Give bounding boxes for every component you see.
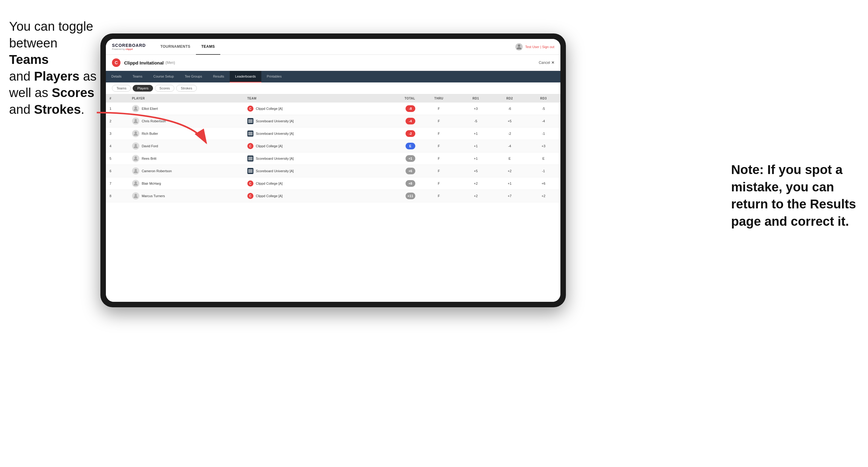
cell-team: C Clippd College [A]	[244, 177, 375, 190]
col-player: PLAYER	[128, 94, 244, 102]
toggle-row: Teams Players Scores Strokes	[106, 83, 560, 94]
cell-player: Elliot Ebert	[128, 102, 244, 115]
tournament-logo: C	[112, 58, 121, 67]
team-name: Scoreboard University [A]	[256, 119, 294, 123]
team-logo-sb	[247, 118, 253, 124]
toggle-strokes[interactable]: Strokes	[176, 85, 196, 92]
nav-tournaments[interactable]: TOURNAMENTS	[155, 39, 196, 55]
cell-player: Marcus Turners	[128, 190, 244, 202]
table-row: 5 Rees Britt Scoreboard University [A] +…	[106, 152, 560, 165]
player-avatar	[132, 118, 140, 125]
cell-thru: F	[419, 165, 459, 177]
team-name: Clippd College [A]	[256, 194, 283, 198]
player-avatar	[132, 130, 140, 137]
svg-point-1	[518, 44, 520, 47]
tablet-frame: SCOREBOARD Powered by clippd TOURNAMENTS…	[100, 33, 566, 307]
score-badge: +1	[406, 155, 415, 162]
sub-nav: Details Teams Course Setup Tee Groups Re…	[106, 71, 560, 83]
team-logo-clippd: C	[247, 180, 253, 186]
cell-thru: F	[419, 140, 459, 152]
cell-rd2: +2	[493, 165, 526, 177]
player-name: Rich Butler	[142, 132, 158, 135]
tab-leaderboards[interactable]: Leaderboards	[230, 71, 261, 83]
cell-rd1: +2	[459, 190, 493, 202]
cell-rd2: +7	[493, 190, 526, 202]
toggle-scores[interactable]: Scores	[155, 85, 174, 92]
player-name: Cameron Robertson	[142, 169, 172, 173]
cell-team: C Clippd College [A]	[244, 102, 375, 115]
cell-player: Blair McHarg	[128, 177, 244, 190]
score-badge: +8	[406, 180, 415, 187]
left-annotation: You can toggle between Teams and Players…	[9, 18, 97, 118]
tab-teams[interactable]: Teams	[127, 71, 148, 83]
col-team: TEAM	[244, 94, 375, 102]
tab-tee-groups[interactable]: Tee Groups	[179, 71, 208, 83]
tab-course-setup[interactable]: Course Setup	[148, 71, 179, 83]
svg-point-8	[134, 181, 137, 184]
score-badge: +11	[406, 193, 415, 199]
player-avatar	[132, 167, 140, 175]
powered-by: Powered by clippd	[112, 48, 146, 51]
cell-rd1: +5	[459, 165, 493, 177]
team-logo-sb	[247, 155, 253, 161]
team-logo-clippd: C	[247, 105, 253, 112]
cell-team: Scoreboard University [A]	[244, 127, 375, 140]
cell-team: C Clippd College [A]	[244, 140, 375, 152]
tablet-screen: SCOREBOARD Powered by clippd TOURNAMENTS…	[106, 39, 560, 302]
cell-rank: 6	[106, 165, 128, 177]
player-avatar	[132, 105, 140, 112]
tab-printables[interactable]: Printables	[261, 71, 287, 83]
svg-point-3	[134, 119, 137, 121]
cell-total: -2	[375, 127, 419, 140]
cell-player: Cameron Robertson	[128, 165, 244, 177]
svg-point-5	[134, 144, 137, 146]
cell-player: Chris Robertson	[128, 115, 244, 127]
cell-rd3: +2	[527, 190, 560, 202]
cell-rank: 1	[106, 102, 128, 115]
team-name: Clippd College [A]	[256, 107, 283, 111]
cell-rd2: +5	[493, 115, 526, 127]
logo-text: SCOREBOARD	[112, 43, 146, 48]
nav-teams[interactable]: TEAMS	[196, 39, 221, 55]
cell-rd1: +1	[459, 152, 493, 165]
cell-rank: 8	[106, 190, 128, 202]
cell-player: Rees Britt	[128, 152, 244, 165]
players-table: # PLAYER TEAM TOTAL THRU RD1 RD2 RD3 1	[106, 94, 560, 202]
cell-rd2: -2	[493, 127, 526, 140]
toggle-teams[interactable]: Teams	[112, 85, 131, 92]
team-logo-sb	[247, 168, 253, 174]
sign-out-link[interactable]: Sign out	[542, 45, 554, 49]
cell-rd1: +1	[459, 127, 493, 140]
table-row: 6 Cameron Robertson Scoreboard Universit…	[106, 165, 560, 177]
tournament-title: Clippd Invitational	[124, 60, 164, 65]
toggle-players[interactable]: Players	[133, 85, 153, 92]
cell-rd3: E	[527, 152, 560, 165]
cell-thru: F	[419, 152, 459, 165]
leaderboard-table: # PLAYER TEAM TOTAL THRU RD1 RD2 RD3 1	[106, 94, 560, 302]
cell-total: -8	[375, 102, 419, 115]
col-rd3: RD3	[527, 94, 560, 102]
table-row: 3 Rich Butler Scoreboard University [A] …	[106, 127, 560, 140]
cell-rd3: -4	[527, 115, 560, 127]
cancel-button[interactable]: Cancel ✕	[539, 61, 554, 65]
cell-total: +1	[375, 152, 419, 165]
user-avatar	[516, 43, 523, 51]
cell-thru: F	[419, 115, 459, 127]
col-rd2: RD2	[493, 94, 526, 102]
cell-team: Scoreboard University [A]	[244, 152, 375, 165]
col-total: TOTAL	[375, 94, 419, 102]
cell-rd3: +6	[527, 177, 560, 190]
top-nav: SCOREBOARD Powered by clippd TOURNAMENTS…	[106, 39, 560, 55]
scoreboard-logo: SCOREBOARD Powered by clippd	[112, 43, 146, 51]
cell-rank: 3	[106, 127, 128, 140]
cell-team: Scoreboard University [A]	[244, 115, 375, 127]
svg-point-6	[134, 156, 137, 159]
tab-results[interactable]: Results	[208, 71, 230, 83]
cell-player: David Ford	[128, 140, 244, 152]
tab-details[interactable]: Details	[106, 71, 127, 83]
table-row: 8 Marcus Turners C Clippd College [A] +1…	[106, 190, 560, 202]
cell-rank: 2	[106, 115, 128, 127]
cell-rd1: +1	[459, 140, 493, 152]
col-thru: THRU	[419, 94, 459, 102]
score-badge: -2	[406, 130, 415, 137]
